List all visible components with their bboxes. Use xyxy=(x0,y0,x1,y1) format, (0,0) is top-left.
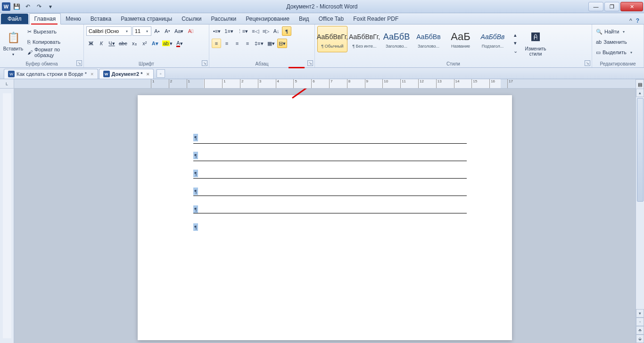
word-doc-icon: W xyxy=(103,71,110,77)
underline-button[interactable]: Ч▾ xyxy=(107,39,116,48)
select-icon: ▭ xyxy=(596,49,601,56)
select-button[interactable]: ▭Выделить▾ xyxy=(594,48,641,57)
styles-row-down[interactable]: ▾ xyxy=(511,40,520,47)
tab-home[interactable]: Главная xyxy=(29,13,61,24)
align-left-button[interactable]: ≡ xyxy=(212,39,221,48)
group-paragraph: •≡▾ 1≡▾ ⋮≡▾ ≡◁ ≡▷ A↓ ¶ ≡ ≡ ≡ ≡ ‡≡▾ ▦▾ ⊟▾… xyxy=(209,24,315,67)
page[interactable]: ¶ ¶ ¶ ¶ ¶ ¶ xyxy=(138,95,512,340)
undo-icon[interactable]: ↶ xyxy=(23,1,33,12)
tab-menu[interactable]: Меню xyxy=(61,14,85,24)
qat-customize-icon[interactable]: ▾ xyxy=(45,1,56,12)
subscript-button[interactable]: x₂ xyxy=(130,39,139,48)
clear-format-button[interactable]: A⃠ xyxy=(186,26,195,36)
paragraph-dialog-launcher[interactable]: ↘ xyxy=(307,60,313,66)
replace-icon: ab xyxy=(596,39,602,45)
clipboard-dialog-launcher[interactable]: ↘ xyxy=(76,60,82,66)
change-styles-button[interactable]: 🅰 Изменить стили xyxy=(523,26,548,60)
grow-font-button[interactable]: A▴ xyxy=(152,26,162,36)
vertical-ruler-wrap xyxy=(0,89,14,343)
tab-selector[interactable]: L xyxy=(0,79,14,88)
style-nospacing[interactable]: АаБбВвГг,¶ Без инте... xyxy=(349,26,380,52)
bullets-button[interactable]: •≡▾ xyxy=(212,26,222,36)
font-color-button[interactable]: A▾ xyxy=(175,39,184,48)
ribbon-minimize-icon[interactable]: ^ xyxy=(629,17,632,24)
style-title[interactable]: АаБНазвание xyxy=(446,26,476,52)
close-icon[interactable]: × xyxy=(146,71,149,77)
replace-button[interactable]: abЗаменить xyxy=(594,37,641,47)
next-page-button[interactable]: ⬙ xyxy=(636,335,644,343)
borders-button[interactable]: ⊟▾ xyxy=(277,39,287,48)
redo-icon[interactable]: ↷ xyxy=(34,1,44,12)
change-case-button[interactable]: Aa▾ xyxy=(173,26,185,36)
shrink-font-button[interactable]: A▾ xyxy=(163,26,172,36)
tab-foxit[interactable]: Foxit Reader PDF xyxy=(348,14,403,24)
tab-mailings[interactable]: Рассылки xyxy=(206,14,241,24)
tab-insert[interactable]: Вставка xyxy=(86,14,116,24)
font-size-combo[interactable]: ▾ xyxy=(132,26,151,36)
cut-button[interactable]: ✂Вырезать xyxy=(26,27,81,36)
word-app-icon[interactable]: W xyxy=(2,2,10,11)
document-area[interactable]: ¶ ¶ ¶ ¶ ¶ ¶ xyxy=(14,89,636,343)
strike-button[interactable]: abc xyxy=(117,39,129,48)
bold-button[interactable]: Ж xyxy=(86,39,96,48)
tab-references[interactable]: Ссылки xyxy=(177,14,206,24)
font-name-combo[interactable]: ▾ xyxy=(86,26,132,36)
vertical-ruler[interactable] xyxy=(3,93,11,338)
scroll-down-button[interactable]: ▾ xyxy=(636,309,644,318)
increase-indent-button[interactable]: ≡▷ xyxy=(261,26,271,36)
style-heading2[interactable]: АаБбВвЗаголово... xyxy=(413,26,444,52)
file-tab[interactable]: Файл xyxy=(1,14,28,24)
superscript-button[interactable]: x² xyxy=(140,39,149,48)
paste-button[interactable]: 📋 Вставить ▾ xyxy=(2,26,24,60)
scroll-up-button[interactable]: ▴ xyxy=(636,89,644,97)
sort-button[interactable]: A↓ xyxy=(272,26,281,36)
show-marks-button[interactable]: ¶ xyxy=(282,26,291,36)
minimize-button[interactable]: — xyxy=(588,2,603,11)
align-center-button[interactable]: ≡ xyxy=(222,39,231,48)
shading-button[interactable]: ▦▾ xyxy=(266,39,276,48)
decrease-indent-button[interactable]: ≡◁ xyxy=(250,26,260,36)
styles-row-up[interactable]: ▴ xyxy=(511,32,520,39)
numbering-button[interactable]: 1≡▾ xyxy=(223,26,235,36)
style-subtitle[interactable]: АаБбВвПодзагол... xyxy=(478,26,508,52)
tab-review[interactable]: Рецензирование xyxy=(241,14,294,24)
browse-object-button[interactable]: ◦ xyxy=(636,318,644,326)
save-icon[interactable]: 💾 xyxy=(11,1,22,12)
horizontal-ruler[interactable]: 1211234567891011121314151617 xyxy=(14,79,636,88)
maximize-button[interactable]: ❐ xyxy=(604,2,619,11)
style-heading1[interactable]: АаБбВЗаголово... xyxy=(381,26,412,52)
ruler-toggle-button[interactable]: ▤ xyxy=(636,79,644,90)
copy-button[interactable]: ⎘Копировать xyxy=(26,37,81,47)
italic-button[interactable]: К xyxy=(97,39,106,48)
paste-icon: 📋 xyxy=(6,30,21,45)
close-icon[interactable]: × xyxy=(91,71,93,77)
vertical-scrollbar[interactable]: ▴ ▾ ◦ ⬘ ⬙ xyxy=(636,89,644,343)
tab-officetab[interactable]: Office Tab xyxy=(314,14,349,24)
doctab-2[interactable]: W Документ2 * × xyxy=(99,69,154,79)
annotation-underline-borders xyxy=(289,67,305,68)
align-right-button[interactable]: ≡ xyxy=(232,39,242,48)
text-effects-button[interactable]: A▾ xyxy=(150,39,160,48)
prev-page-button[interactable]: ⬘ xyxy=(636,326,644,335)
font-dialog-launcher[interactable]: ↘ xyxy=(202,60,207,66)
change-styles-icon: 🅰 xyxy=(528,30,543,45)
line-spacing-button[interactable]: ‡≡▾ xyxy=(253,39,265,48)
doctab-1[interactable]: W Как сделать строки в Ворде * × xyxy=(4,69,98,79)
help-icon[interactable]: ? xyxy=(636,17,639,24)
paragraph-border-line xyxy=(193,161,467,161)
close-button[interactable]: ✕ xyxy=(620,2,643,11)
tab-pagelayout[interactable]: Разметка страницы xyxy=(116,14,177,24)
find-button[interactable]: 🔍Найти▾ xyxy=(594,27,641,36)
tab-view[interactable]: Вид xyxy=(294,14,314,24)
highlight-button[interactable]: ab▾ xyxy=(161,39,174,48)
styles-more[interactable]: ⌄ xyxy=(511,48,520,55)
new-tab-button[interactable]: ▫ xyxy=(157,69,165,78)
multilevel-button[interactable]: ⋮≡▾ xyxy=(236,26,249,36)
style-normal[interactable]: АаБбВвГг,¶ Обычный xyxy=(317,26,347,52)
format-painter-button[interactable]: 🖌Формат по образцу xyxy=(26,48,81,57)
justify-button[interactable]: ≡ xyxy=(243,39,252,48)
paragraph-border-line xyxy=(193,143,467,144)
scroll-thumb[interactable] xyxy=(637,98,644,202)
group-clipboard-label: Буфер обмена xyxy=(2,60,81,67)
styles-dialog-launcher[interactable]: ↘ xyxy=(585,60,590,66)
